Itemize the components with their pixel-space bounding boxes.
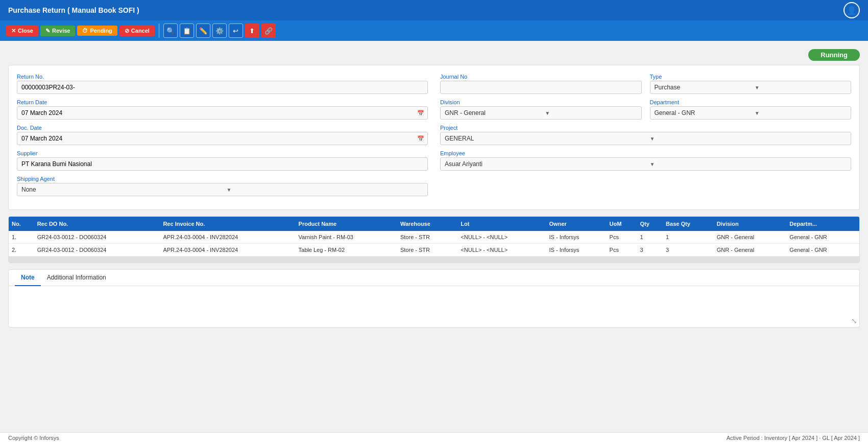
col-qty: Qty (637, 217, 663, 231)
table-cell: GR24-03-0012 - DO060324 (34, 244, 160, 257)
return-date-input[interactable] (17, 107, 414, 119)
table-cell: IS - Inforsys (546, 244, 607, 257)
status-area: Running (8, 49, 860, 61)
pending-button[interactable]: ⏱ Pending (77, 26, 117, 36)
cancel-icon: ⊘ (125, 28, 129, 34)
shipping-agent-select[interactable]: None ▼ (17, 183, 428, 196)
col-division: Division (714, 217, 787, 231)
department-value: General - GNR (650, 107, 752, 119)
table-cell: Varnish Paint - RM-03 (296, 231, 397, 244)
division-label: Division (440, 99, 642, 105)
tab-content-area: ⤡ (9, 286, 859, 327)
return-date-input-wrapper: 📅 (17, 106, 428, 120)
col-warehouse: Warehouse (397, 217, 457, 231)
toolbar: ✕ Close ✎ Revise ⏱ Pending ⊘ Cancel 🔍 📋 … (0, 20, 868, 41)
department-group: Department General - GNR ▼ (650, 99, 852, 120)
division-select[interactable]: GNR - General ▼ (440, 106, 642, 120)
chevron-down-icon: ▼ (224, 187, 428, 193)
col-uom: UoM (607, 217, 637, 231)
table-cell: GNR - General (714, 244, 787, 257)
tab-note[interactable]: Note (15, 270, 41, 286)
user-avatar[interactable]: 👤 (843, 2, 860, 18)
shipping-agent-label: Shipping Agent (17, 176, 428, 182)
department-label: Department (650, 99, 852, 105)
table-cell: 3 (663, 244, 714, 257)
table-row[interactable]: 1.GR24-03-0012 - DO060324APR.24-03-0004 … (9, 231, 859, 244)
table-cell: IS - Inforsys (546, 231, 607, 244)
type-select[interactable]: Purchase ▼ (650, 81, 852, 94)
undo-icon-button[interactable]: ↩ (229, 24, 243, 38)
table-cell: 1. (9, 231, 34, 244)
doc-date-group: Doc. Date 📅 (17, 125, 428, 145)
close-button[interactable]: ✕ Close (6, 26, 38, 36)
employee-select[interactable]: Asuar Ariyanti ▼ (440, 157, 851, 171)
doc-date-input-wrapper: 📅 (17, 132, 428, 145)
employee-chevron-icon: ▼ (647, 161, 851, 167)
journal-no-input[interactable] (440, 81, 642, 94)
department-select[interactable]: General - GNR ▼ (650, 106, 852, 120)
col-department: Departm... (786, 217, 859, 231)
main-content: Running Return No. Return Date 📅 Doc. Da… (0, 41, 868, 336)
revise-button[interactable]: ✎ Revise (40, 26, 75, 36)
doc-date-input[interactable] (17, 133, 414, 144)
department-chevron-icon: ▼ (752, 110, 851, 116)
data-table: No. Rec DO No. Rec Invoice No. Product N… (9, 217, 859, 257)
type-value: Purchase (650, 82, 752, 93)
pending-icon: ⏱ (82, 28, 88, 34)
table-cell: APR.24-03-0004 - INV282024 (160, 231, 295, 244)
close-icon: ✕ (11, 28, 16, 34)
table-cell: 3 (637, 244, 663, 257)
form-card: Return No. Return Date 📅 Doc. Date 📅 Sup… (8, 65, 860, 210)
return-no-input[interactable] (17, 81, 428, 94)
form-left: Return No. Return Date 📅 Doc. Date 📅 Sup… (17, 74, 428, 201)
doc-date-label: Doc. Date (17, 125, 428, 131)
return-date-group: Return Date 📅 (17, 99, 428, 120)
link-icon-button[interactable]: 🔗 (261, 24, 276, 38)
resize-handle-icon[interactable]: ⤡ (851, 317, 857, 325)
project-select[interactable]: GENERAL ▼ (440, 132, 851, 145)
page-title: Purchase Return ( Manual Book SOFI ) (8, 6, 139, 14)
cancel-button[interactable]: ⊘ Cancel (119, 26, 155, 36)
supplier-group: Supplier (17, 150, 428, 171)
edit-icon-button[interactable]: ✏️ (196, 24, 210, 38)
shipping-agent-value: None (17, 184, 224, 195)
return-no-group: Return No. (17, 74, 428, 94)
search-icon-button[interactable]: 🔍 (163, 24, 178, 38)
table-cell: General - GNR (786, 244, 859, 257)
employee-group: Employee Asuar Ariyanti ▼ (440, 150, 851, 171)
division-value: GNR - General (441, 107, 542, 119)
document-icon-button[interactable]: 📋 (180, 24, 194, 38)
table-cell: Store - STR (397, 244, 457, 257)
journal-no-label: Journal No (440, 74, 642, 80)
status-badge: Running (808, 49, 860, 61)
settings-icon-button[interactable]: ⚙️ (212, 24, 227, 38)
doc-calendar-icon[interactable]: 📅 (414, 135, 427, 142)
employee-value: Asuar Ariyanti (441, 158, 647, 170)
table-scrollbar[interactable] (9, 257, 859, 263)
table-cell: GNR - General (714, 231, 787, 244)
division-group: Division GNR - General ▼ (440, 99, 642, 120)
tabs-header: Note Additional Information (9, 270, 859, 286)
col-no: No. (9, 217, 34, 231)
supplier-input[interactable] (17, 157, 428, 171)
project-group: Project GENERAL ▼ (440, 125, 851, 145)
calendar-icon[interactable]: 📅 (414, 110, 427, 116)
table-cell: Store - STR (397, 231, 457, 244)
employee-label: Employee (440, 150, 851, 156)
return-date-label: Return Date (17, 99, 428, 105)
table-cell: Pcs (607, 244, 637, 257)
division-chevron-icon: ▼ (542, 110, 641, 116)
project-label: Project (440, 125, 851, 131)
col-rec-do-no: Rec DO No. (34, 217, 160, 231)
supplier-label: Supplier (17, 150, 428, 156)
table-row[interactable]: 2.GR24-03-0012 - DO060324APR.24-03-0004 … (9, 244, 859, 257)
tab-additional-info[interactable]: Additional Information (41, 270, 112, 286)
col-owner: Owner (546, 217, 607, 231)
data-table-container: No. Rec DO No. Rec Invoice No. Product N… (8, 216, 860, 263)
table-cell: <NULL> - <NULL> (457, 244, 546, 257)
project-value: GENERAL (441, 133, 647, 144)
upload-icon-button[interactable]: ⬆ (245, 24, 259, 38)
return-no-label: Return No. (17, 74, 428, 80)
col-rec-invoice-no: Rec Invoice No. (160, 217, 295, 231)
table-cell: Pcs (607, 231, 637, 244)
